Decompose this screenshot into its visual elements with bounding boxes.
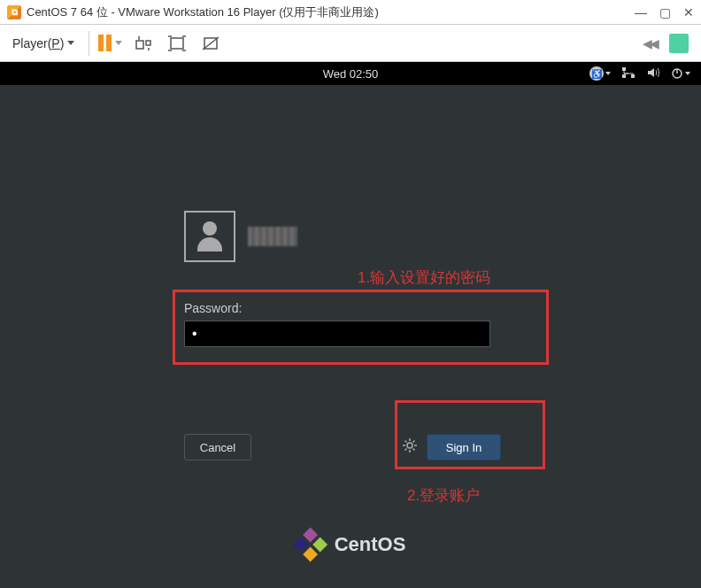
dropdown-arrow-icon: [115, 41, 122, 45]
power-menu[interactable]: [671, 67, 690, 80]
window-title: CentOS 7 64 位 - VMware Workstation 16 Pl…: [27, 4, 635, 20]
svg-rect-4: [622, 74, 626, 78]
centos-logo: CentOS: [296, 530, 406, 560]
notes-icon[interactable]: [669, 34, 689, 53]
pause-dropdown[interactable]: [98, 35, 122, 51]
fullscreen-button[interactable]: [165, 31, 189, 56]
player-menu-prefix: Player(: [12, 36, 51, 50]
centos-text: CentOS: [335, 533, 406, 556]
accessibility-icon: ♿: [589, 66, 604, 81]
gnome-topbar: Wed 02:50 ♿: [0, 62, 701, 85]
app-toolbar: Player(P) ◀◀: [0, 25, 701, 62]
rewind-icon[interactable]: ◀◀: [643, 36, 657, 50]
power-icon: [671, 67, 683, 80]
accessibility-menu[interactable]: ♿: [589, 66, 611, 81]
chevron-down-icon: [67, 41, 74, 45]
vmware-icon: ⧉: [7, 5, 21, 19]
player-menu[interactable]: Player(P): [7, 33, 80, 54]
password-label: Password:: [184, 301, 528, 315]
unity-button[interactable]: [198, 31, 223, 56]
window-titlebar: ⧉ CentOS 7 64 位 - VMware Workstation 16 …: [0, 0, 701, 25]
username-label: [248, 227, 297, 246]
volume-icon[interactable]: [646, 66, 660, 81]
centos-mark-icon: [296, 530, 326, 560]
gear-icon: [402, 437, 418, 453]
player-menu-suffix: ): [60, 36, 65, 50]
pause-icon: [98, 35, 112, 51]
close-button[interactable]: ✕: [683, 5, 694, 19]
svg-point-6: [407, 443, 412, 448]
minimize-button[interactable]: —: [635, 5, 647, 19]
network-icon[interactable]: [621, 66, 636, 81]
svg-rect-0: [171, 38, 183, 49]
sign-in-button[interactable]: Sign In: [427, 434, 501, 460]
maximize-button[interactable]: ▢: [659, 5, 671, 19]
chevron-down-icon: [605, 72, 611, 75]
svg-rect-2: [622, 67, 626, 71]
login-area: Password: Cancel Sign In: [173, 211, 528, 460]
clock: Wed 02:50: [323, 67, 379, 81]
vm-screen: Wed 02:50 ♿ Password:: [0, 62, 701, 588]
user-row: [184, 211, 528, 262]
send-ctrl-alt-del-button[interactable]: [131, 31, 156, 56]
session-options-button[interactable]: [402, 437, 418, 457]
cancel-button[interactable]: Cancel: [184, 434, 251, 460]
player-menu-key: P: [51, 36, 59, 50]
toolbar-separator: [89, 31, 89, 56]
chevron-down-icon: [685, 72, 690, 75]
password-input[interactable]: [184, 321, 490, 347]
avatar: [184, 211, 235, 262]
svg-rect-3: [631, 74, 635, 78]
